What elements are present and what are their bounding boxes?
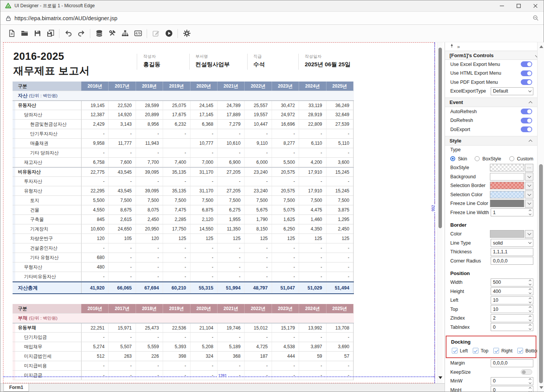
swatch-boxstyle[interactable] (490, 164, 524, 171)
table-row[interactable]: 유형자산22,29543,54539,09535,13531,17027,205… (13, 186, 354, 196)
checkbox-icon[interactable] (473, 348, 478, 354)
table-row[interactable]: 재고자산6,7587,6007,7007,4007,0006,9006,0005… (13, 158, 354, 167)
run-icon[interactable] (162, 27, 175, 40)
table-row[interactable]: 현금및현금성자산2,4293,1438,9566,2326,3687,27910… (13, 120, 354, 129)
spinner-arrows[interactable] (529, 387, 531, 392)
table-row[interactable]: 매출채권9,95811,77711,94310,77710,6109,1108,… (13, 139, 354, 148)
radio-custom[interactable]: Custom (509, 156, 533, 162)
table-row[interactable]: 차량운반구120105120125125125125125125125 (13, 234, 354, 243)
checkbox-icon[interactable] (517, 348, 523, 354)
table-row[interactable]: 토지5,5007,5007,5007,5007,5007,5007,5007,5… (13, 196, 354, 205)
table-header-row[interactable]: 구분2016년2017년2018년2019년2020년2021년2022년202… (13, 304, 354, 314)
toggle-use-html-export-menu[interactable] (521, 70, 532, 76)
maximize-button[interactable] (510, 0, 527, 11)
checkbox-left[interactable]: Left (452, 348, 468, 354)
table-row[interactable]: 구축물8452,6152,4502,2852,1201,9551,7901,62… (13, 215, 354, 224)
table-row[interactable]: 유동부채22,25115,97125,47322,53621,10419,746… (13, 323, 354, 333)
table-row[interactable]: 미지급법인세5122632263983243681874445957 (13, 352, 354, 361)
panel-scroll-down-icon[interactable] (539, 385, 544, 390)
toggle-doexport[interactable] (521, 126, 532, 132)
select-line-type[interactable]: solid (491, 239, 533, 247)
spinner-top[interactable]: 10 (491, 305, 533, 313)
table-row[interactable]: 단기차입금---------- (13, 333, 354, 342)
redo-icon[interactable] (75, 27, 88, 40)
panel-scrollbar[interactable] (537, 42, 544, 392)
spinner-arrows[interactable] (529, 315, 531, 322)
spinner-left[interactable]: 10 (491, 296, 533, 304)
tab-form1[interactable]: Form1 (3, 384, 29, 392)
toggle-autorefresh[interactable] (521, 109, 532, 114)
table-header-row[interactable]: 구분2016년2017년2018년2019년2020년2021년2022년202… (13, 82, 354, 91)
radio-button[interactable] (509, 156, 514, 161)
table-row[interactable]: 미지급금---------- (13, 371, 354, 380)
section-header-style[interactable]: Style (445, 136, 537, 146)
pin-icon[interactable] (450, 43, 454, 50)
checkbox-top[interactable]: Top (473, 348, 488, 354)
spinner-tabindex[interactable]: 0 (491, 323, 533, 331)
checkbox-bottom[interactable]: Bottom (517, 348, 537, 354)
checkbox-right[interactable]: Right (493, 348, 512, 354)
spinner-arrows[interactable] (529, 209, 531, 216)
checkbox-icon[interactable] (452, 348, 458, 354)
minimize-button[interactable] (493, 0, 510, 11)
input-corner-radius[interactable]: 0,0,0,0 (491, 257, 533, 265)
spinner-arrows[interactable] (529, 279, 531, 286)
settings-icon[interactable] (180, 27, 193, 40)
table-row[interactable]: 기타 당좌자산---------- (13, 148, 354, 158)
collapse-panel-icon[interactable]: » (457, 44, 459, 50)
save-icon[interactable] (31, 27, 44, 40)
input-thickness[interactable]: 1,1,1,1 (491, 248, 533, 256)
toggle-use-excel-export-menu[interactable] (521, 61, 532, 67)
design-canvas[interactable]: 2016-2025 재무제표 보고서 작성자홍길동부서명컨설팅사업부직급수석작성… (0, 42, 445, 383)
table-row[interactable]: 무형자산480--------- (13, 262, 354, 272)
panel-scroll-up-icon[interactable] (539, 44, 544, 49)
table-section-row[interactable]: 자산(단위 : 백만원) (13, 91, 354, 101)
address-bar[interactable]: https://epa.bimatrix.com/AUD/designer.js… (0, 12, 544, 25)
zoom-icon[interactable] (533, 15, 539, 21)
swatch-dropdown-button[interactable] (525, 230, 533, 238)
toggle-dorefresh[interactable] (521, 118, 532, 123)
checkbox-icon[interactable] (493, 348, 499, 354)
swatch-dropdown-button[interactable] (525, 200, 533, 208)
toggle-use-pdf-export-menu[interactable] (521, 79, 532, 85)
table-row[interactable]: 단기투자자산---------- (13, 129, 354, 139)
site-lock-icon[interactable] (5, 15, 11, 21)
swatch-color[interactable] (490, 230, 524, 238)
open-folder-icon[interactable] (18, 27, 31, 40)
radio-button[interactable] (450, 156, 455, 161)
canvas-scrollbar[interactable] (437, 42, 443, 383)
liability-table[interactable]: 구분2016년2017년2018년2019년2020년2021년2022년202… (13, 304, 354, 380)
spinner-arrows[interactable] (529, 288, 531, 294)
swatch-freeze-line-color[interactable] (490, 200, 524, 207)
table-row[interactable]: 건물4,5508,6758,0757,4756,8756,2755,6755,0… (13, 205, 354, 215)
spinner-arrows[interactable] (529, 306, 531, 312)
swatch-dropdown-button[interactable] (525, 173, 533, 181)
spinner-width[interactable]: 500 (491, 278, 533, 286)
toggle-keepsize[interactable] (521, 369, 532, 375)
table-row[interactable]: 기타비유동자산---------- (13, 272, 354, 282)
sitemap-icon[interactable] (118, 27, 131, 40)
table-section-row[interactable]: 부채(단위 : 백만원) (13, 314, 354, 323)
table-row[interactable]: 투자자산---------- (13, 177, 354, 186)
spinner-minh[interactable]: 0 (491, 386, 533, 392)
undo-icon[interactable] (62, 27, 75, 40)
canvas-scroll-down-icon[interactable] (438, 374, 443, 381)
panel-scrollbar-thumb[interactable] (539, 164, 543, 383)
spinner-minw[interactable]: 0 (491, 377, 533, 385)
save-as-icon[interactable] (44, 27, 57, 40)
canvas-scrollbar-thumb[interactable] (438, 48, 442, 228)
tools-icon[interactable] (106, 27, 118, 40)
table-total-row[interactable]: 자산총계41,92066,06567,69460,21055,31551,994… (13, 282, 354, 294)
table-row[interactable]: 당좌자산12,38714,92020,89917,67517,14517,889… (13, 110, 354, 120)
url-text[interactable]: https://epa.bimatrix.com/AUD/designer.js… (14, 15, 117, 21)
spinner-height[interactable]: 400 (491, 287, 533, 295)
select-excelexporttype[interactable]: Default (491, 87, 533, 95)
swatch-more-button[interactable]: ··· (525, 164, 533, 172)
section-header-event[interactable]: Event (445, 98, 537, 107)
edit-icon[interactable] (149, 27, 162, 40)
spinner-zindex[interactable]: 2 (491, 314, 533, 322)
close-button[interactable] (527, 0, 544, 11)
swatch-selection-color[interactable] (490, 191, 524, 198)
database-icon[interactable] (93, 27, 106, 40)
table-row[interactable]: 유동자산19,14522,52028,59925,07524,14524,789… (13, 101, 354, 110)
